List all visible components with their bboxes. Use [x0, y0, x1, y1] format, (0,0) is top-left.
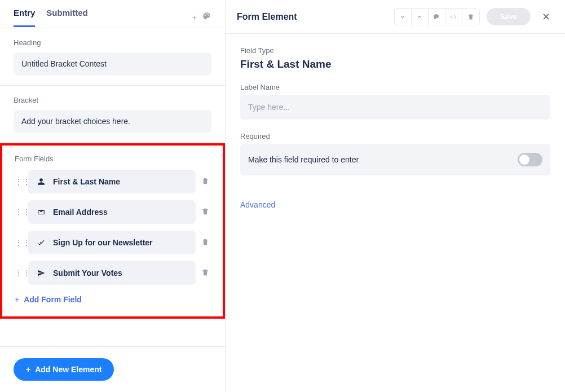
add-form-field-link[interactable]: + Add Form Field	[15, 295, 82, 304]
right-panel: Form Element Save ✕	[226, 0, 565, 392]
drag-handle-icon[interactable]: ⋮⋮	[15, 268, 24, 278]
field-type-value: First & Last Name	[240, 58, 550, 71]
plus-icon: +	[15, 295, 19, 304]
field-label: Submit Your Votes	[53, 268, 122, 278]
drag-handle-icon[interactable]: ⋮⋮	[15, 208, 24, 217]
heading-input[interactable]: Untitled Bracket Contest	[14, 52, 211, 75]
trash-icon[interactable]	[200, 177, 210, 187]
palette-icon[interactable]	[202, 12, 211, 23]
form-fields-label: Form Fields	[15, 155, 210, 163]
field-label: Email Address	[53, 208, 108, 217]
field-label: Sign Up for our Newsletter	[53, 238, 153, 247]
envelope-icon	[36, 207, 46, 217]
field-first-last-name[interactable]: First & Last Name	[28, 170, 196, 193]
required-desc: Make this field required to enter	[248, 155, 359, 164]
drag-handle-icon[interactable]: ⋮⋮	[15, 238, 24, 247]
required-toggle[interactable]	[518, 153, 542, 166]
trash-icon[interactable]	[200, 268, 210, 278]
chevron-down-icon[interactable]	[395, 9, 412, 25]
field-submit-votes[interactable]: Submit Your Votes	[28, 261, 196, 285]
field-label: First & Last Name	[53, 177, 120, 186]
check-icon	[36, 237, 46, 248]
bracket-section: Bracket Add your bracket choices here.	[0, 86, 225, 143]
bottom-actions: + Add New Element	[0, 346, 225, 392]
right-header: Form Element Save ✕	[226, 0, 565, 34]
heading-section: Heading Untitled Bracket Contest	[0, 28, 225, 86]
trash-icon[interactable]	[462, 9, 479, 25]
field-newsletter[interactable]: Sign Up for our Newsletter	[28, 231, 196, 254]
user-icon	[36, 177, 46, 187]
right-panel-title: Form Element	[237, 12, 394, 22]
plus-icon[interactable]: +	[192, 13, 197, 22]
bracket-input[interactable]: Add your bracket choices here.	[14, 110, 211, 133]
tabs-header: Entry Submitted +	[0, 0, 225, 28]
required-toggle-row: Make this field required to enter	[240, 144, 550, 175]
send-icon	[36, 268, 46, 278]
close-icon[interactable]: ✕	[538, 11, 554, 23]
heading-label: Heading	[14, 38, 211, 47]
field-email-address[interactable]: Email Address	[28, 200, 196, 224]
form-fields-section: Form Fields ⋮⋮ First & Last Name ⋮⋮	[0, 143, 225, 319]
plus-icon: +	[26, 365, 30, 374]
advanced-link[interactable]: Advanced	[240, 200, 275, 209]
palette-icon[interactable]	[429, 9, 445, 25]
trash-icon[interactable]	[200, 238, 210, 248]
bracket-label: Bracket	[14, 96, 211, 104]
drag-handle-icon[interactable]: ⋮⋮	[15, 177, 24, 186]
required-label: Required	[240, 132, 550, 140]
tab-entry[interactable]: Entry	[14, 8, 35, 27]
save-button[interactable]: Save	[487, 8, 531, 25]
code-icon[interactable]	[445, 9, 462, 25]
trash-icon[interactable]	[200, 208, 210, 217]
tab-submitted[interactable]: Submitted	[46, 8, 87, 27]
add-new-element-button[interactable]: + Add New Element	[14, 358, 114, 381]
left-panel: Entry Submitted + Heading Untitled Brack…	[0, 0, 226, 392]
label-name-input[interactable]	[240, 95, 550, 120]
chevron-up-icon[interactable]	[412, 9, 429, 25]
field-type-label: Field Type	[240, 46, 550, 55]
label-name-label: Label Name	[240, 83, 550, 91]
